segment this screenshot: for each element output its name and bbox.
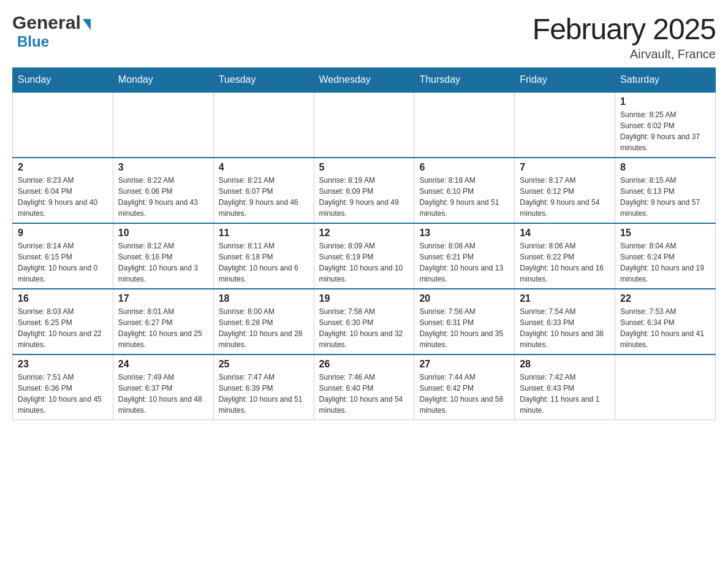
day-info: Sunrise: 7:58 AMSunset: 6:30 PMDaylight:… bbox=[319, 306, 409, 350]
day-number: 11 bbox=[219, 228, 309, 239]
day-info: Sunrise: 8:01 AMSunset: 6:27 PMDaylight:… bbox=[118, 306, 208, 350]
calendar-cell: 15Sunrise: 8:04 AMSunset: 6:24 PMDayligh… bbox=[615, 223, 716, 289]
calendar-header-friday: Friday bbox=[515, 68, 615, 93]
day-number: 12 bbox=[319, 228, 409, 239]
day-info: Sunrise: 8:22 AMSunset: 6:06 PMDaylight:… bbox=[118, 175, 208, 219]
day-info: Sunrise: 8:25 AMSunset: 6:02 PMDaylight:… bbox=[620, 109, 710, 153]
calendar-cell: 2Sunrise: 8:23 AMSunset: 6:04 PMDaylight… bbox=[13, 158, 113, 223]
calendar-header-tuesday: Tuesday bbox=[213, 68, 314, 93]
calendar-cell: 26Sunrise: 7:46 AMSunset: 6:40 PMDayligh… bbox=[314, 354, 414, 420]
day-number: 22 bbox=[620, 293, 710, 304]
day-number: 2 bbox=[18, 162, 108, 173]
day-number: 7 bbox=[520, 162, 610, 173]
day-number: 28 bbox=[520, 359, 610, 370]
day-info: Sunrise: 7:54 AMSunset: 6:33 PMDaylight:… bbox=[520, 306, 610, 350]
day-info: Sunrise: 8:15 AMSunset: 6:13 PMDaylight:… bbox=[620, 175, 710, 219]
calendar-cell: 4Sunrise: 8:21 AMSunset: 6:07 PMDaylight… bbox=[213, 158, 314, 223]
day-number: 19 bbox=[319, 293, 409, 304]
day-info: Sunrise: 8:04 AMSunset: 6:24 PMDaylight:… bbox=[620, 240, 710, 285]
day-number: 24 bbox=[118, 359, 208, 370]
day-number: 4 bbox=[219, 162, 309, 173]
title-area: February 2025 Airvault, France bbox=[533, 12, 716, 61]
day-info: Sunrise: 7:49 AMSunset: 6:37 PMDaylight:… bbox=[118, 372, 208, 416]
day-info: Sunrise: 8:08 AMSunset: 6:21 PMDaylight:… bbox=[419, 240, 509, 285]
day-number: 20 bbox=[419, 293, 509, 304]
month-title: February 2025 bbox=[533, 12, 716, 46]
day-number: 5 bbox=[319, 162, 409, 173]
day-info: Sunrise: 8:03 AMSunset: 6:25 PMDaylight:… bbox=[18, 306, 108, 350]
calendar-week-row: 1Sunrise: 8:25 AMSunset: 6:02 PMDaylight… bbox=[13, 92, 716, 158]
calendar-header-thursday: Thursday bbox=[414, 68, 515, 93]
calendar-cell: 17Sunrise: 8:01 AMSunset: 6:27 PMDayligh… bbox=[113, 289, 213, 354]
calendar-cell: 5Sunrise: 8:19 AMSunset: 6:09 PMDaylight… bbox=[314, 158, 414, 223]
calendar-cell: 27Sunrise: 7:44 AMSunset: 6:42 PMDayligh… bbox=[414, 354, 515, 420]
calendar-table: SundayMondayTuesdayWednesdayThursdayFrid… bbox=[12, 67, 716, 420]
day-info: Sunrise: 7:42 AMSunset: 6:43 PMDaylight:… bbox=[520, 372, 610, 416]
day-number: 15 bbox=[620, 228, 710, 239]
calendar-cell: 10Sunrise: 8:12 AMSunset: 6:16 PMDayligh… bbox=[113, 223, 213, 289]
calendar-header-row: SundayMondayTuesdayWednesdayThursdayFrid… bbox=[13, 68, 716, 93]
day-info: Sunrise: 7:44 AMSunset: 6:42 PMDaylight:… bbox=[419, 372, 509, 416]
location-title: Airvault, France bbox=[533, 47, 716, 61]
calendar-cell: 21Sunrise: 7:54 AMSunset: 6:33 PMDayligh… bbox=[515, 289, 615, 354]
day-info: Sunrise: 8:12 AMSunset: 6:16 PMDaylight:… bbox=[118, 240, 208, 285]
day-number: 23 bbox=[18, 359, 108, 370]
calendar-header-monday: Monday bbox=[113, 68, 213, 93]
calendar-cell: 19Sunrise: 7:58 AMSunset: 6:30 PMDayligh… bbox=[314, 289, 414, 354]
day-number: 26 bbox=[319, 359, 409, 370]
calendar-cell bbox=[515, 92, 615, 158]
day-number: 16 bbox=[18, 293, 108, 304]
day-number: 17 bbox=[118, 293, 208, 304]
calendar-cell: 24Sunrise: 7:49 AMSunset: 6:37 PMDayligh… bbox=[113, 354, 213, 420]
calendar-cell: 18Sunrise: 8:00 AMSunset: 6:28 PMDayligh… bbox=[213, 289, 314, 354]
calendar-cell: 16Sunrise: 8:03 AMSunset: 6:25 PMDayligh… bbox=[13, 289, 113, 354]
calendar-cell: 25Sunrise: 7:47 AMSunset: 6:39 PMDayligh… bbox=[213, 354, 314, 420]
day-info: Sunrise: 8:21 AMSunset: 6:07 PMDaylight:… bbox=[219, 175, 309, 219]
day-info: Sunrise: 7:56 AMSunset: 6:31 PMDaylight:… bbox=[419, 306, 509, 350]
day-info: Sunrise: 8:17 AMSunset: 6:12 PMDaylight:… bbox=[520, 175, 610, 219]
calendar-cell: 6Sunrise: 8:18 AMSunset: 6:10 PMDaylight… bbox=[414, 158, 515, 223]
calendar-week-row: 2Sunrise: 8:23 AMSunset: 6:04 PMDaylight… bbox=[13, 158, 716, 223]
day-info: Sunrise: 8:14 AMSunset: 6:15 PMDaylight:… bbox=[18, 240, 108, 285]
day-info: Sunrise: 8:11 AMSunset: 6:18 PMDaylight:… bbox=[219, 240, 309, 285]
day-info: Sunrise: 7:53 AMSunset: 6:34 PMDaylight:… bbox=[620, 306, 710, 350]
day-info: Sunrise: 7:51 AMSunset: 6:36 PMDaylight:… bbox=[18, 372, 108, 416]
calendar-cell bbox=[13, 92, 113, 158]
day-info: Sunrise: 8:00 AMSunset: 6:28 PMDaylight:… bbox=[219, 306, 309, 350]
calendar-week-row: 16Sunrise: 8:03 AMSunset: 6:25 PMDayligh… bbox=[13, 289, 716, 354]
day-number: 1 bbox=[620, 96, 710, 107]
calendar-cell: 7Sunrise: 8:17 AMSunset: 6:12 PMDaylight… bbox=[515, 158, 615, 223]
day-number: 3 bbox=[118, 162, 208, 173]
day-info: Sunrise: 8:18 AMSunset: 6:10 PMDaylight:… bbox=[419, 175, 509, 219]
calendar-cell bbox=[414, 92, 515, 158]
calendar-cell: 1Sunrise: 8:25 AMSunset: 6:02 PMDaylight… bbox=[615, 92, 716, 158]
day-info: Sunrise: 8:23 AMSunset: 6:04 PMDaylight:… bbox=[18, 175, 108, 219]
calendar-cell: 20Sunrise: 7:56 AMSunset: 6:31 PMDayligh… bbox=[414, 289, 515, 354]
day-info: Sunrise: 7:47 AMSunset: 6:39 PMDaylight:… bbox=[219, 372, 309, 416]
calendar-header-wednesday: Wednesday bbox=[314, 68, 414, 93]
logo-blue-text: Blue bbox=[17, 33, 49, 50]
calendar-cell: 3Sunrise: 8:22 AMSunset: 6:06 PMDaylight… bbox=[113, 158, 213, 223]
calendar-cell: 22Sunrise: 7:53 AMSunset: 6:34 PMDayligh… bbox=[615, 289, 716, 354]
day-info: Sunrise: 8:19 AMSunset: 6:09 PMDaylight:… bbox=[319, 175, 409, 219]
calendar-week-row: 9Sunrise: 8:14 AMSunset: 6:15 PMDaylight… bbox=[13, 223, 716, 289]
calendar-cell: 28Sunrise: 7:42 AMSunset: 6:43 PMDayligh… bbox=[515, 354, 615, 420]
calendar-cell bbox=[213, 92, 314, 158]
calendar-cell: 23Sunrise: 7:51 AMSunset: 6:36 PMDayligh… bbox=[13, 354, 113, 420]
day-number: 10 bbox=[118, 228, 208, 239]
calendar-cell bbox=[615, 354, 716, 420]
calendar-cell bbox=[113, 92, 213, 158]
calendar-cell: 9Sunrise: 8:14 AMSunset: 6:15 PMDaylight… bbox=[13, 223, 113, 289]
day-number: 9 bbox=[18, 228, 108, 239]
day-info: Sunrise: 7:46 AMSunset: 6:40 PMDaylight:… bbox=[319, 372, 409, 416]
day-number: 21 bbox=[520, 293, 610, 304]
calendar-cell: 14Sunrise: 8:06 AMSunset: 6:22 PMDayligh… bbox=[515, 223, 615, 289]
calendar-header-saturday: Saturday bbox=[615, 68, 716, 93]
day-number: 6 bbox=[419, 162, 509, 173]
day-number: 13 bbox=[419, 228, 509, 239]
calendar-cell: 12Sunrise: 8:09 AMSunset: 6:19 PMDayligh… bbox=[314, 223, 414, 289]
day-number: 14 bbox=[520, 228, 610, 239]
day-info: Sunrise: 8:09 AMSunset: 6:19 PMDaylight:… bbox=[319, 240, 409, 285]
day-number: 27 bbox=[419, 359, 509, 370]
calendar-week-row: 23Sunrise: 7:51 AMSunset: 6:36 PMDayligh… bbox=[13, 354, 716, 420]
